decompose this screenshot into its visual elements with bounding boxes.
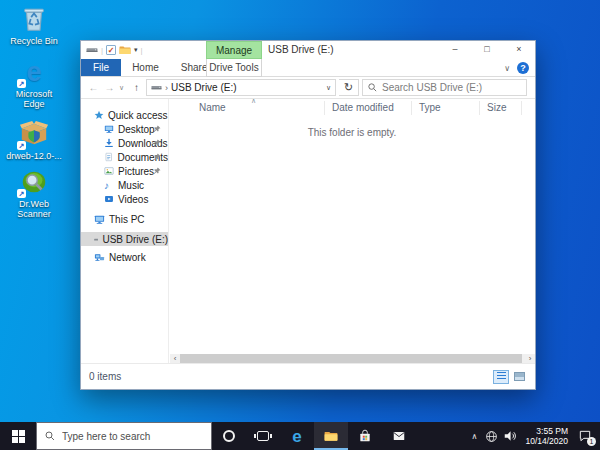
task-view-icon	[257, 431, 269, 441]
sidebar-item-videos[interactable]: Videos	[81, 192, 168, 206]
sidebar-item-desktop[interactable]: Desktop	[81, 122, 168, 136]
search-box[interactable]	[362, 79, 527, 96]
column-headers: ∧ Name Date modified Type Size	[169, 99, 535, 117]
mail-icon	[392, 429, 406, 443]
taskbar-clock[interactable]: 3:55 PM 10/14/2020	[522, 426, 571, 446]
details-view-button[interactable]	[493, 370, 509, 384]
sidebar-item-quick-access[interactable]: Quick access	[81, 108, 168, 122]
taskbar-search[interactable]	[36, 422, 212, 450]
system-tray: ∧ 3:55 PM 10/14/2020 1	[468, 422, 600, 450]
customize-qat-dropdown[interactable]: ▾	[134, 46, 138, 54]
taskbar-store-button[interactable]	[348, 422, 382, 450]
address-bar[interactable]: › USB Drive (E:) ∨	[146, 79, 336, 96]
column-header-size[interactable]: Size	[487, 102, 506, 113]
window-title: USB Drive (E:)	[268, 41, 334, 59]
window-drive-icon	[86, 44, 98, 56]
column-header-type[interactable]: Type	[419, 102, 441, 113]
music-note-icon: ♪	[104, 180, 114, 191]
star-icon	[94, 110, 104, 120]
sidebar-item-pictures[interactable]: Pictures	[81, 164, 168, 178]
search-icon	[367, 82, 378, 93]
sidebar-item-network[interactable]: Network	[81, 250, 168, 264]
desktop-icon-label: Dr.Web Scanner	[6, 199, 62, 219]
sidebar-item-downloads[interactable]: Downloads	[81, 136, 168, 150]
pin-icon	[153, 167, 161, 175]
search-input[interactable]	[382, 82, 522, 93]
start-button[interactable]	[0, 422, 36, 450]
clock-time: 3:55 PM	[525, 426, 568, 436]
sidebar-item-usb-drive[interactable]: USB Drive (E:)	[81, 232, 168, 246]
shortcut-arrow-icon: ↗	[17, 141, 26, 150]
recent-locations-dropdown[interactable]: ∨	[119, 84, 127, 92]
edge-icon: e	[26, 58, 41, 86]
refresh-button[interactable]: ↻	[339, 79, 359, 96]
scrollbar-thumb[interactable]	[180, 354, 522, 363]
pin-icon	[153, 139, 161, 147]
maximize-button[interactable]: □	[471, 41, 503, 59]
sidebar-item-music[interactable]: ♪ Music	[81, 178, 168, 192]
address-dropdown-icon[interactable]: ∨	[326, 84, 331, 92]
taskbar-search-input[interactable]	[62, 431, 204, 442]
task-view-button[interactable]	[246, 422, 280, 450]
store-icon	[358, 429, 372, 443]
recycle-bin-icon	[19, 4, 49, 34]
forward-button[interactable]: →	[103, 82, 116, 93]
empty-folder-message: This folder is empty.	[169, 127, 535, 138]
action-center-button[interactable]: 1	[576, 427, 594, 445]
expand-ribbon-chevron-icon[interactable]: ∨	[504, 64, 510, 73]
hidden-icons-chevron[interactable]: ∧	[468, 432, 480, 441]
sort-ascending-icon: ∧	[251, 97, 256, 105]
tab-drive-tools[interactable]: Drive Tools	[206, 59, 262, 77]
volume-icon[interactable]	[503, 429, 517, 443]
manage-contextual-group[interactable]: Manage	[206, 41, 262, 59]
help-icon[interactable]: ?	[517, 62, 529, 74]
column-header-name[interactable]: Name	[199, 102, 226, 113]
desktop-icon-drweb-scanner[interactable]: ↗ Dr.Web Scanner	[6, 167, 62, 219]
qat-separator: |	[101, 46, 103, 55]
tab-file[interactable]: File	[81, 59, 121, 76]
network-tray-icon[interactable]	[485, 430, 498, 443]
new-folder-button[interactable]	[119, 44, 131, 56]
sidebar-item-this-pc[interactable]: This PC	[81, 212, 168, 226]
address-toolbar: ← → ∨ ↑ › USB Drive (E:) ∨ ↻	[81, 77, 535, 99]
properties-button[interactable]: ✓	[106, 45, 116, 55]
horizontal-scrollbar[interactable]: ‹ ›	[170, 354, 535, 363]
shortcut-arrow-icon: ↗	[17, 79, 26, 88]
usb-drive-icon	[94, 234, 98, 245]
cortana-button[interactable]	[212, 422, 246, 450]
picture-icon	[104, 166, 114, 176]
status-bar: 0 items	[81, 363, 535, 389]
close-button[interactable]: ×	[503, 41, 535, 59]
file-list-pane[interactable]: ∧ Name Date modified Type Size This fold…	[169, 99, 535, 363]
sidebar-item-documents[interactable]: Documents	[81, 150, 168, 164]
shortcut-arrow-icon: ↗	[17, 189, 26, 198]
desktop-icon-label: drweb-12.0-...	[6, 151, 62, 161]
document-icon	[104, 152, 113, 162]
minimize-button[interactable]: –	[439, 41, 471, 59]
thumbnails-view-button[interactable]	[511, 370, 527, 384]
desktop-icon-microsoft-edge[interactable]: e ↗ Microsoft Edge	[6, 57, 62, 109]
up-button[interactable]: ↑	[130, 82, 143, 93]
scroll-right-arrow[interactable]: ›	[525, 354, 535, 363]
pin-icon	[153, 125, 161, 133]
search-icon	[44, 430, 56, 442]
cortana-icon	[223, 430, 235, 442]
video-icon	[104, 194, 114, 204]
scroll-left-arrow[interactable]: ‹	[170, 354, 180, 363]
title-bar[interactable]: | ✓ ▾ | Manage USB Drive (E:) – □ ×	[81, 41, 535, 59]
desktop: Recycle Bin e ↗ Microsoft Edge ↗ drweb-1…	[0, 0, 600, 422]
this-pc-icon	[94, 214, 105, 225]
taskbar-mail-button[interactable]	[382, 422, 416, 450]
desktop-icon-drweb-installer[interactable]: ↗ drweb-12.0-...	[6, 119, 62, 161]
desktop-icon-label: Microsoft Edge	[6, 89, 62, 109]
quick-access-toolbar: | ✓ ▾ |	[81, 44, 143, 56]
taskbar-edge-button[interactable]: e	[280, 422, 314, 450]
breadcrumb-location[interactable]: USB Drive (E:)	[171, 82, 237, 93]
taskbar-explorer-button[interactable]	[314, 422, 348, 450]
tab-home[interactable]: Home	[121, 59, 170, 76]
desktop-icon-label: Recycle Bin	[6, 36, 62, 46]
taskbar: e ∧ 3:55 PM 10/14/2020 1	[0, 422, 600, 450]
desktop-icon-recycle-bin[interactable]: Recycle Bin	[6, 4, 62, 46]
column-header-date-modified[interactable]: Date modified	[332, 102, 394, 113]
back-button[interactable]: ←	[87, 82, 100, 93]
